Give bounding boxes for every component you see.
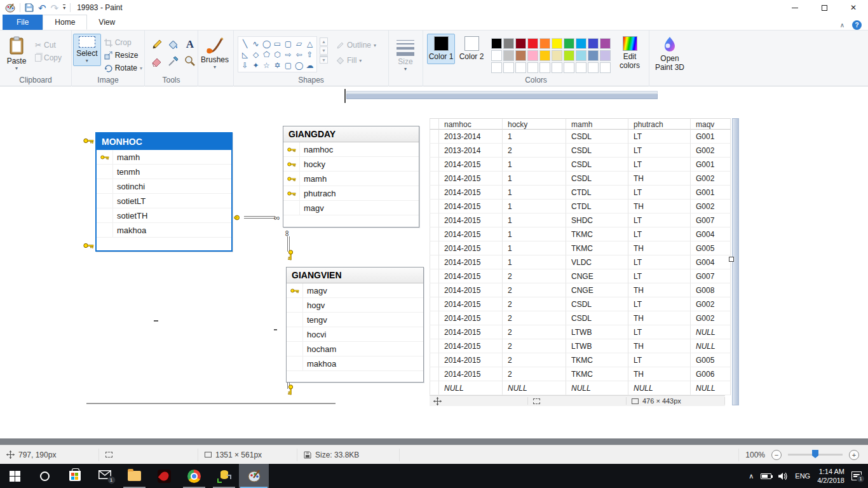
grid-data-row[interactable]: 2014-20152TKMCLTG005 [430, 353, 731, 367]
grid-cell[interactable]: 1 [503, 200, 566, 214]
grid-cell[interactable]: CSDL [566, 297, 628, 311]
palette-color[interactable] [515, 38, 526, 49]
column-header-phutrach[interactable]: phutrach [628, 118, 691, 130]
grid-data-row[interactable]: 2014-20152LTWBTHNULL [430, 339, 731, 353]
grid-cell[interactable]: 2014-2015 [439, 339, 503, 353]
action-center-icon[interactable]: 1 [851, 471, 862, 480]
palette-color[interactable] [539, 50, 550, 61]
store-button[interactable] [60, 464, 90, 488]
grid-cell[interactable]: 2013-2014 [439, 130, 503, 144]
field-row-magv[interactable]: magv [287, 283, 423, 298]
grid-cell[interactable]: TH [628, 367, 691, 381]
shape-icon[interactable]: ☆ [261, 60, 272, 71]
shape-icon[interactable]: ✡ [272, 60, 283, 71]
shape-icon[interactable]: ⇦ [294, 49, 304, 60]
row-selector[interactable] [430, 269, 439, 283]
help-icon[interactable]: ? [852, 20, 862, 30]
grid-cell[interactable]: 2 [503, 144, 566, 158]
eraser-tool-icon[interactable] [151, 55, 163, 67]
grid-cell[interactable]: CSDL [566, 130, 628, 144]
grid-cell[interactable]: 2014-2015 [439, 353, 503, 367]
shape-icon[interactable]: ▱ [294, 38, 304, 49]
shape-icon[interactable]: ▢ [283, 60, 294, 71]
column-header-hocky[interactable]: hocky [503, 118, 566, 130]
grid-cell[interactable]: VLDC [566, 255, 628, 269]
grid-cell[interactable]: G005 [691, 241, 731, 255]
select-button[interactable]: Select ▾ [73, 34, 101, 66]
customize-toolbar-icon[interactable]: ▾ [63, 4, 65, 11]
palette-color[interactable] [588, 38, 599, 49]
grid-cell[interactable]: 2 [503, 297, 566, 311]
grid-cell[interactable]: 2014-2015 [439, 241, 503, 255]
grid-data-row[interactable]: 2014-20152CNGETHG008 [430, 283, 731, 297]
grid-cell[interactable]: 1 [503, 186, 566, 200]
grid-data-row[interactable]: 2014-20151CTDLTHG002 [430, 200, 731, 214]
grid-data-row[interactable]: 2014-20151CSDLTHG002 [430, 172, 731, 186]
grid-cell[interactable]: 2 [503, 325, 566, 339]
row-selector[interactable] [430, 311, 439, 325]
brushes-button[interactable]: Brushes ▾ [200, 34, 230, 72]
row-selector[interactable] [430, 339, 439, 353]
palette-empty-slot[interactable] [576, 62, 587, 73]
palette-color[interactable] [600, 38, 611, 49]
palette-empty-slot[interactable] [539, 62, 550, 73]
grid-cell[interactable]: 1 [503, 214, 566, 227]
palette-color[interactable] [552, 38, 562, 49]
column-header-maqv[interactable]: maqv [691, 118, 731, 130]
shape-icon[interactable]: ⇨ [283, 49, 294, 60]
row-selector[interactable] [430, 367, 439, 381]
selection-handle[interactable] [729, 257, 734, 262]
size-button[interactable]: Size ▾ [390, 34, 421, 74]
field-row-makhoa[interactable]: makhoa [287, 356, 423, 371]
palette-color[interactable] [515, 50, 526, 61]
grid-cell[interactable]: 2014-2015 [439, 186, 503, 200]
grid-cell[interactable]: 1 [503, 255, 566, 269]
palette-empty-slot[interactable] [491, 62, 502, 73]
shape-icon[interactable]: △ [304, 38, 315, 49]
diagram-table-giangday[interactable]: GIANGDAY namhochockymamhphutrachmagv [283, 126, 419, 227]
grid-cell[interactable]: LT [628, 297, 691, 311]
grid-cell[interactable]: NULL [566, 381, 628, 395]
save-icon[interactable] [25, 3, 34, 12]
grid-data-row[interactable]: NULLNULLNULLNULLNULL [430, 381, 731, 395]
grid-data-row[interactable]: 2014-20151TKMCTHG005 [430, 241, 731, 255]
column-header-namhoc[interactable]: namhoc [439, 118, 503, 130]
shape-icon[interactable]: ⇧ [304, 49, 315, 60]
paste-button[interactable]: Paste ▾ [1, 34, 32, 74]
grid-cell[interactable]: G007 [691, 269, 731, 283]
field-row-sotietTH[interactable]: sotietTH [97, 208, 231, 223]
shape-icon[interactable]: ☁ [304, 60, 315, 71]
grid-cell[interactable]: 1 [503, 241, 566, 255]
grid-cell[interactable]: G006 [691, 367, 731, 381]
grid-cell[interactable]: 2014-2015 [439, 283, 503, 297]
grid-cell[interactable]: NULL [628, 381, 691, 395]
diagram-table-monhoc[interactable]: MONHOC mamhtenmhsotinchisotietLTsotietTH… [95, 132, 233, 252]
tray-expand-icon[interactable]: ∧ [749, 472, 754, 480]
grid-cell[interactable]: TH [628, 172, 691, 186]
row-selector[interactable] [430, 255, 439, 269]
field-row-magv[interactable]: magv [283, 201, 419, 215]
grid-cell[interactable]: G004 [691, 255, 731, 269]
grid-cell[interactable]: CSDL [566, 158, 628, 172]
palette-empty-slot[interactable] [515, 62, 526, 73]
field-row-phutrach[interactable]: phutrach [283, 186, 419, 201]
grid-cell[interactable]: NULL [503, 381, 566, 395]
chrome-button[interactable] [179, 464, 209, 488]
grid-cell[interactable]: TKMC [566, 241, 628, 255]
grid-cell[interactable]: LT [628, 255, 691, 269]
grid-data-row[interactable]: 2014-20151TKMCLTG004 [430, 227, 731, 241]
grid-cell[interactable]: LT [628, 214, 691, 227]
field-row-hogv[interactable]: hogv [287, 298, 423, 313]
row-selector[interactable] [430, 353, 439, 367]
grid-cell[interactable]: G008 [691, 283, 731, 297]
garena-button[interactable] [149, 464, 179, 488]
grid-cell[interactable]: LT [628, 144, 691, 158]
grid-data-row[interactable]: 2014-20152TKMCTHG006 [430, 367, 731, 381]
shapes-scroll-up-icon[interactable]: ▲ [320, 37, 328, 46]
grid-cell[interactable]: G001 [691, 158, 731, 172]
rotate-button[interactable]: Rotate ▾ [102, 63, 144, 73]
open-paint3d-button[interactable]: Open Paint 3D [651, 34, 689, 75]
grid-cell[interactable]: 1 [503, 130, 566, 144]
grid-cell[interactable]: G005 [691, 353, 731, 367]
grid-cell[interactable]: LT [628, 227, 691, 241]
